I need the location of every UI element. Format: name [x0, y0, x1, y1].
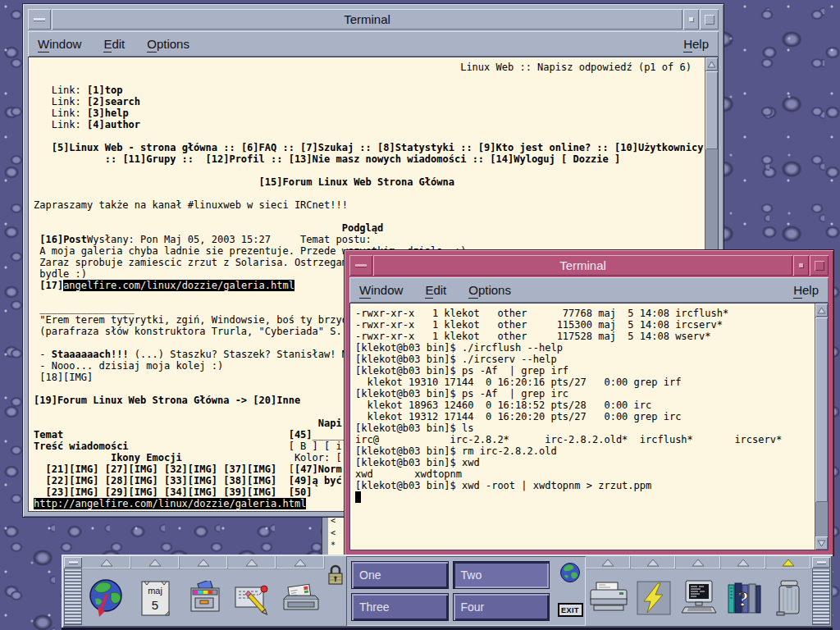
- scroll-up-button[interactable]: [815, 304, 828, 317]
- subpanel-arrow-icon: [646, 559, 660, 567]
- svg-text:?: ?: [737, 587, 748, 611]
- menu-item-options[interactable]: Options: [147, 37, 189, 51]
- help-books-icon: ?: [726, 580, 762, 616]
- workspace-button-four[interactable]: Four: [454, 594, 550, 620]
- menu-item-window[interactable]: Window: [38, 37, 81, 51]
- file-manager-button[interactable]: [180, 569, 228, 626]
- subpanel-arrow-icon: [692, 559, 705, 567]
- note-editor-button[interactable]: [228, 569, 276, 626]
- file-manager-icon: [185, 581, 223, 615]
- calendar-button[interactable]: maj 5: [131, 569, 180, 626]
- subpanel-arrow-icon: [601, 559, 614, 567]
- window-menu-icon: [355, 264, 367, 267]
- titlebar[interactable]: Terminal: [349, 255, 829, 276]
- front-panel: maj 5: [62, 555, 833, 628]
- calendar-icon: maj 5: [141, 579, 171, 617]
- titlebar[interactable]: Terminal: [28, 9, 719, 30]
- workspace-button-one[interactable]: One: [352, 562, 448, 588]
- mail-icon: [281, 582, 322, 614]
- note-editor-icon: [232, 581, 273, 615]
- subpanel-arrow-icon: [148, 559, 162, 567]
- panel-cell-printer: [586, 556, 631, 626]
- maximize-icon: [705, 15, 714, 25]
- subpanel-arrow[interactable]: [228, 556, 276, 569]
- minimize-button[interactable]: [793, 255, 809, 276]
- subpanel-arrow[interactable]: [180, 556, 228, 569]
- trash-button[interactable]: [766, 569, 811, 626]
- window-title: Terminal: [373, 255, 792, 276]
- exit-button[interactable]: EXIT: [558, 603, 583, 617]
- minimize-button[interactable]: [683, 9, 699, 30]
- subpanel-arrow-icon: [737, 559, 750, 567]
- panel-cell-workstation: [676, 556, 721, 626]
- web-browser-icon: [89, 578, 126, 618]
- subpanel-arrow-icon: [100, 559, 113, 567]
- subpanel-arrow-icon: [294, 559, 307, 567]
- scrollbar-thumb[interactable]: [815, 317, 828, 502]
- panel-cell-calendar: maj 5: [131, 556, 180, 626]
- menu-item-edit[interactable]: Edit: [425, 283, 446, 297]
- panel-cell-mail: [276, 556, 325, 626]
- panel-cell-trash: [766, 556, 811, 626]
- sliver-text: < < *: [331, 514, 345, 551]
- mail-button[interactable]: [276, 569, 325, 626]
- panel-handle-left[interactable]: [64, 557, 82, 625]
- terminal-viewport[interactable]: -rwxr-xr-x 1 klekot other 77768 maj 5 14…: [349, 303, 829, 550]
- workspace-grid: OneTwoThreeFour: [346, 556, 555, 626]
- maximize-button[interactable]: [810, 255, 829, 276]
- busy-column: EXIT: [555, 556, 586, 626]
- terminal-window-front[interactable]: Terminal WindowEditOptionsHelp -rwxr-xr-…: [345, 250, 833, 555]
- workstation-button[interactable]: [676, 569, 721, 626]
- window-menu-button[interactable]: [28, 9, 51, 30]
- panel-cell-web-browser: [83, 556, 131, 626]
- subpanel-arrow[interactable]: [721, 556, 766, 569]
- panel-minimize-left[interactable]: [64, 557, 82, 568]
- background-window-sliver: < < *: [322, 514, 345, 555]
- menu-item-help[interactable]: Help: [683, 37, 709, 51]
- svg-text:5: 5: [151, 598, 158, 612]
- printer-icon: [587, 581, 631, 615]
- workspace-button-two[interactable]: Two: [454, 562, 550, 588]
- panel-minimize-right[interactable]: [812, 557, 830, 568]
- menu-item-options[interactable]: Options: [468, 283, 511, 297]
- arrow-down-icon: [817, 540, 826, 547]
- workspace-button-three[interactable]: Three: [352, 594, 448, 620]
- lock-icon[interactable]: [327, 564, 344, 587]
- help-button[interactable]: ?: [721, 569, 766, 626]
- scrollbar-thumb[interactable]: [705, 71, 718, 149]
- arrow-up-icon: [707, 61, 716, 68]
- workstation-icon: [678, 579, 719, 617]
- panel-cell-help: ?: [721, 556, 766, 626]
- subpanel-arrow[interactable]: [83, 556, 131, 569]
- lightning-button[interactable]: [631, 569, 676, 626]
- subpanel-arrow-active[interactable]: [766, 556, 811, 569]
- web-browser-button[interactable]: [83, 569, 131, 626]
- panel-grip[interactable]: [64, 568, 82, 625]
- window-menu-button[interactable]: [349, 255, 372, 276]
- scroll-down-button[interactable]: [815, 536, 828, 550]
- subpanel-arrow[interactable]: [586, 556, 631, 569]
- busy-globe-icon: [559, 562, 581, 583]
- subpanel-arrow[interactable]: [276, 556, 325, 569]
- menu-item-edit[interactable]: Edit: [103, 37, 125, 51]
- trash-icon: [774, 579, 804, 617]
- subpanel-arrow[interactable]: [676, 556, 721, 569]
- printer-button[interactable]: [586, 569, 631, 626]
- menu-item-help[interactable]: Help: [793, 283, 819, 297]
- subpanel-arrow[interactable]: [631, 556, 676, 569]
- panel-cell-file-manager: [180, 556, 228, 626]
- maximize-icon: [815, 261, 824, 271]
- maximize-button[interactable]: [700, 9, 719, 30]
- subpanel-arrow-icon: [197, 559, 210, 567]
- menu-item-window[interactable]: Window: [359, 283, 403, 297]
- window-menu-icon: [34, 18, 45, 21]
- panel-handle-right[interactable]: [812, 557, 830, 625]
- minimize-icon: [799, 263, 803, 267]
- scrollbar[interactable]: [815, 304, 828, 550]
- panel-cell-lock: [325, 556, 346, 626]
- arrow-up-icon: [817, 307, 826, 314]
- panel-grip[interactable]: [812, 568, 830, 625]
- subpanel-arrow[interactable]: [131, 556, 180, 569]
- scroll-up-button[interactable]: [705, 57, 718, 71]
- minimize-icon: [69, 561, 78, 564]
